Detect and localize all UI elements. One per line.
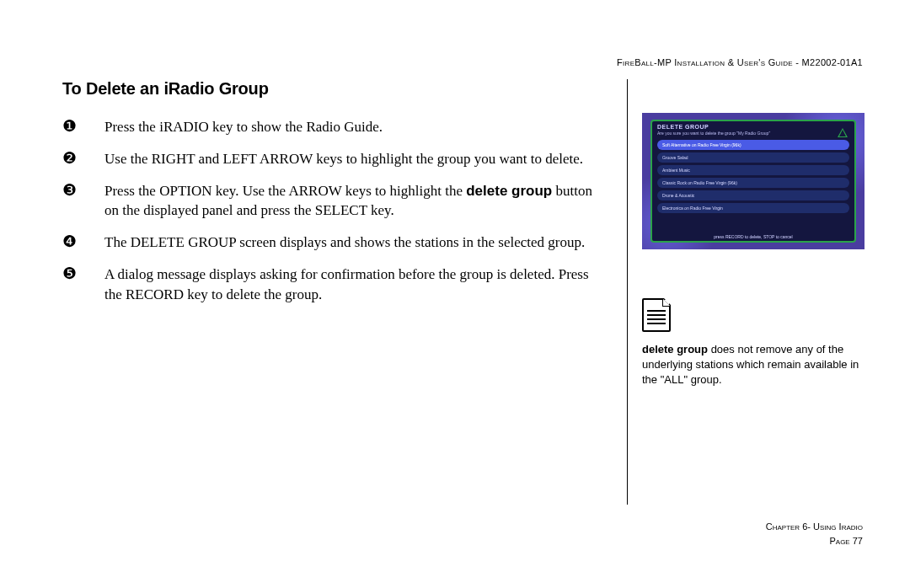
step-text: Press the iRADIO key to show the Radio G… (104, 117, 605, 149)
step-number: ❷ (62, 149, 104, 181)
footer-page: Page 77 (766, 534, 863, 548)
step-text: A dialog message displays asking for con… (104, 265, 605, 317)
list-item: Groove Salad (657, 152, 849, 163)
list-item: Classic Rock on Radio Free Virgin (96k) (657, 178, 849, 188)
page-footer: Chapter 6- Using Iradio Page 77 (766, 520, 863, 548)
warning-triangle-icon (839, 130, 846, 136)
step-number: ❺ (62, 265, 104, 317)
step-text: Use the RIGHT and LEFT ARROW keys to hig… (104, 149, 605, 181)
column-divider (627, 79, 628, 505)
panel-title: DELETE GROUP (652, 121, 854, 130)
delete-group-screenshot: DELETE GROUP Are you sure you want to de… (642, 113, 864, 249)
panel-footer: press RECORD to delete, STOP to cancel (652, 234, 854, 239)
list-item: Soft Alternative on Radio Free Virgin (9… (657, 140, 849, 150)
step-text: The DELETE GROUP screen displays and sho… (104, 233, 605, 265)
step-number: ❶ (62, 117, 104, 149)
section-title: To Delete an iRadio Group (62, 79, 605, 99)
main-column: To Delete an iRadio Group ❶ Press the iR… (62, 79, 605, 317)
step-number: ❸ (62, 181, 104, 233)
step-row: ❷ Use the RIGHT and LEFT ARROW keys to h… (62, 149, 605, 181)
footer-chapter: Chapter 6- Using Iradio (766, 520, 863, 534)
step-row: ❺ A dialog message displays asking for c… (62, 265, 605, 317)
step-row: ❹ The DELETE GROUP screen displays and s… (62, 233, 605, 265)
step-row: ❸ Press the OPTION key. Use the ARROW ke… (62, 181, 605, 233)
note-page-icon (642, 298, 671, 332)
doc-header: FireBall-MP Installation & User's Guide … (617, 57, 863, 67)
document-page: FireBall-MP Installation & User's Guide … (0, 0, 910, 588)
list-item: Ambient Music (657, 165, 849, 175)
list-item: Drone & Acoustic (657, 190, 849, 200)
side-column: DELETE GROUP Are you sure you want to de… (642, 113, 864, 388)
note-icon-wrap (642, 298, 864, 332)
panel-subtitle: Are you sure you want to delete the grou… (652, 130, 854, 137)
list-item: Electronica on Radio Free Virgin (657, 203, 849, 213)
screenshot-panel: DELETE GROUP Are you sure you want to de… (650, 120, 856, 243)
step-text: Press the OPTION key. Use the ARROW keys… (104, 181, 605, 233)
step-row: ❶ Press the iRADIO key to show the Radio… (62, 117, 605, 149)
step-number: ❹ (62, 233, 104, 265)
step-list: ❶ Press the iRADIO key to show the Radio… (62, 117, 605, 317)
note-text: delete group does not remove any of the … (642, 342, 864, 388)
